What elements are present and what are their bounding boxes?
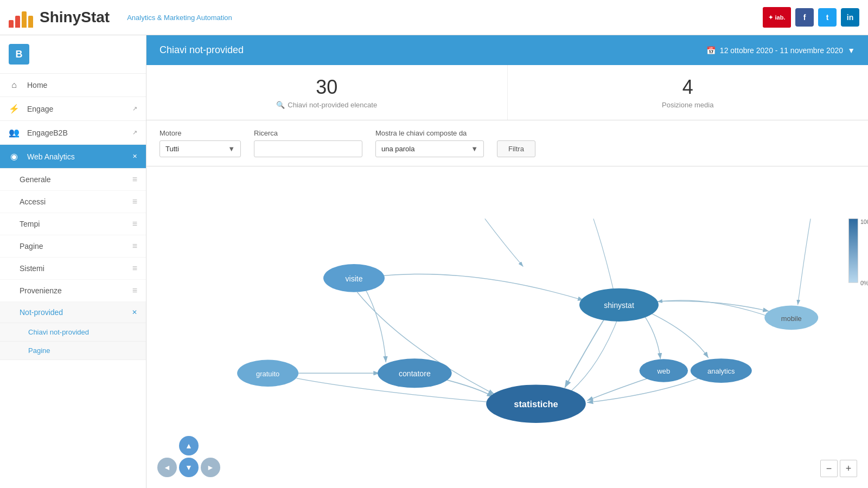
- stat-chiavi: 30 🔍 Chiavi not-provided elencate: [146, 65, 508, 120]
- chevron-down-icon: ▼: [471, 145, 478, 153]
- top-header: ShinyStat Analytics & Marketing Automati…: [0, 0, 868, 35]
- navigation-controls: ▲ ◄ ▼ ►: [157, 436, 220, 477]
- sidebar-subitem-chiavi[interactable]: Chiavi not-provided: [0, 323, 146, 342]
- composta-label: Mostra le chiavi composte da: [375, 129, 484, 137]
- ricerca-label: Ricerca: [254, 129, 362, 137]
- engage-icon: ⚡: [9, 104, 20, 114]
- engageb2b-icon: 👥: [9, 127, 20, 138]
- composta-select[interactable]: una parola ▼: [375, 140, 484, 157]
- sidebar-section-tempi[interactable]: Tempi ≡: [0, 213, 146, 235]
- sidebar-section-accessi[interactable]: Accessi ≡: [0, 191, 146, 213]
- filter-composta: Mostra le chiavi composte da una parola …: [375, 129, 484, 157]
- menu-icon: ≡: [132, 264, 137, 273]
- sidebar: B ⌂ Home ⚡ Engage ↗ 👥 EngageB2B ↗ ◉ Web …: [0, 35, 146, 488]
- filters-row: Motore Tutti ▼ Ricerca Mostra le chiavi …: [146, 120, 868, 166]
- motore-select[interactable]: Tutti ▼: [159, 140, 241, 157]
- stat-number: 30: [316, 76, 337, 99]
- svg-text:statistiche: statistiche: [514, 399, 558, 409]
- svg-text:shinystat: shinystat: [604, 301, 634, 310]
- calendar-icon: 📅: [706, 46, 716, 55]
- sidebar-item-engage[interactable]: ⚡ Engage ↗: [0, 97, 146, 121]
- nav-up-button[interactable]: ▲: [179, 436, 199, 455]
- subitem-label: Chiavi not-provided: [28, 328, 89, 336]
- svg-text:0%: 0%: [860, 280, 868, 286]
- menu-icon: ≡: [132, 197, 137, 207]
- close-icon: ✕: [132, 153, 137, 160]
- sidebar-item-label: EngageB2B: [27, 129, 68, 137]
- nav-left-button[interactable]: ◄: [157, 458, 177, 477]
- subitem-label: Pagine: [28, 346, 50, 355]
- external-icon: ↗: [132, 105, 137, 112]
- account-badge[interactable]: B: [9, 44, 29, 65]
- composta-value: una parola: [381, 145, 414, 153]
- web-analytics-icon: ◉: [9, 151, 20, 162]
- filter-motore: Motore Tutti ▼: [159, 129, 241, 157]
- sidebar-item-label: Web Analytics: [27, 152, 75, 161]
- section-label: Accessi: [20, 197, 46, 206]
- menu-icon: ≡: [132, 286, 137, 296]
- content-area: Chiavi not-provided 📅 12 ottobre 2020 - …: [146, 35, 868, 488]
- ricerca-input[interactable]: [254, 140, 362, 157]
- header-right: ✦ iab. f t in: [763, 7, 859, 28]
- chevron-down-icon: ▼: [847, 46, 855, 55]
- sidebar-item-engageb2b[interactable]: 👥 EngageB2B ↗: [0, 121, 146, 145]
- sidebar-subitem-pagine[interactable]: Pagine: [0, 342, 146, 360]
- zoom-in-button[interactable]: +: [840, 460, 857, 477]
- nav-up-row: ▲: [179, 436, 199, 455]
- section-label: Generale: [20, 175, 51, 184]
- chevron-down-icon: ▼: [228, 145, 235, 153]
- section-label: Tempi: [20, 220, 40, 228]
- motore-label: Motore: [159, 129, 241, 137]
- nav-down-button[interactable]: ▼: [179, 458, 199, 477]
- menu-icon: ≡: [132, 175, 137, 184]
- stat-number: 4: [682, 76, 693, 99]
- date-range-picker[interactable]: 📅 12 ottobre 2020 - 11 novembre 2020 ▼: [706, 46, 855, 55]
- section-label: Sistemi: [20, 264, 44, 273]
- facebook-button[interactable]: f: [795, 8, 814, 27]
- filter-button[interactable]: Filtra: [497, 140, 535, 157]
- sidebar-section-pagine[interactable]: Pagine ≡: [0, 235, 146, 258]
- logo-area: ShinyStat Analytics & Marketing Automati…: [9, 7, 232, 28]
- logo-tagline: Analytics & Marketing Automation: [127, 14, 232, 22]
- sidebar-section-sistemi[interactable]: Sistemi ≡: [0, 258, 146, 280]
- sidebar-item-web-analytics[interactable]: ◉ Web Analytics ✕: [0, 145, 146, 169]
- filter-ricerca: Ricerca: [254, 129, 362, 157]
- svg-text:web: web: [656, 367, 670, 375]
- stat-label: 🔍 Chiavi not-provided elencate: [276, 101, 377, 109]
- svg-text:gratuito: gratuito: [256, 370, 279, 378]
- sidebar-item-label: Engage: [27, 105, 53, 113]
- logo-text: ShinyStat: [40, 9, 110, 26]
- svg-rect-17: [849, 219, 858, 282]
- sidebar-item-label: Home: [27, 81, 47, 89]
- nav-middle-row: ◄ ▼ ►: [157, 458, 220, 477]
- twitter-button[interactable]: t: [818, 8, 837, 27]
- menu-icon: ≡: [132, 241, 137, 251]
- motore-value: Tutti: [165, 145, 179, 153]
- stat-posizione: 4 Posizione media: [508, 65, 869, 120]
- zoom-controls: − +: [820, 460, 857, 477]
- account-section: B: [0, 35, 146, 74]
- zoom-out-button[interactable]: −: [820, 460, 838, 477]
- graph-svg: statistiche shinystat contatore visite w…: [146, 166, 868, 488]
- subsection-label: Not-provided: [20, 308, 63, 317]
- linkedin-button[interactable]: in: [841, 8, 859, 27]
- svg-text:analytics: analytics: [707, 367, 735, 375]
- date-range-text: 12 ottobre 2020 - 11 novembre 2020: [720, 46, 843, 55]
- page-title: Chiavi not-provided: [159, 44, 244, 56]
- external-icon: ↗: [132, 129, 137, 136]
- svg-text:100%: 100%: [860, 219, 868, 225]
- menu-icon: ≡: [132, 219, 137, 229]
- sidebar-section-generale[interactable]: Generale ≡: [0, 169, 146, 191]
- iab-logo: ✦ iab.: [763, 7, 791, 28]
- home-icon: ⌂: [9, 80, 20, 90]
- svg-text:visite: visite: [345, 274, 362, 283]
- nav-right-button[interactable]: ►: [201, 458, 220, 477]
- sidebar-section-provenienze[interactable]: Provenienze ≡: [0, 280, 146, 302]
- subsection-header[interactable]: Not-provided ✕: [0, 302, 146, 323]
- svg-text:mobile: mobile: [781, 314, 802, 323]
- sidebar-subsection-not-provided: Not-provided ✕ Chiavi not-provided Pagin…: [0, 302, 146, 360]
- sidebar-item-home[interactable]: ⌂ Home: [0, 74, 146, 97]
- close-icon: ✕: [132, 309, 137, 316]
- section-label: Provenienze: [20, 286, 62, 295]
- logo-icon: [9, 7, 33, 28]
